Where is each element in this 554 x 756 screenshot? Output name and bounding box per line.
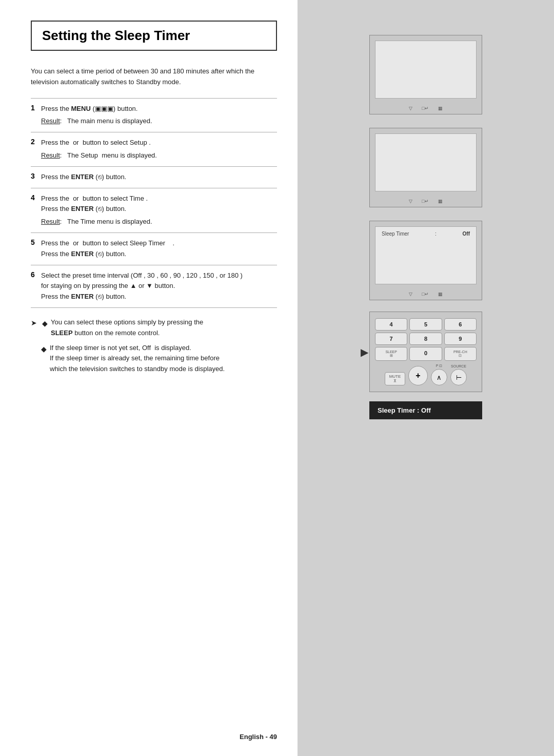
tv-control-3a: ▽ — [409, 292, 412, 297]
tv-screen-3: Sleep Timer : Off ▽ □↵ ▦ — [369, 221, 482, 300]
note-row-2: ◆ If the sleep timer is not yet set, Off… — [31, 343, 277, 375]
screen-wrap-2: ▽ □↵ ▦ — [369, 124, 482, 211]
tv-screen-inner-1 — [375, 41, 477, 99]
nav-row: MUTE⊼ + P ⊡ ∧ SOURCE ⊢ — [375, 364, 477, 385]
keypad-grid-row3: SLEEP⊞ 0 PRE-CH⊡ — [375, 347, 477, 361]
step-content-2: Press the or button to select Setup . Re… — [41, 132, 277, 167]
table-row: 2 Press the or button to select Setup . … — [31, 132, 277, 167]
step-content-1: Press the MENU (▣▣▣) button. Result: The… — [41, 98, 277, 132]
footer-text: English - 49 — [240, 733, 277, 741]
key-0[interactable]: 0 — [409, 347, 442, 361]
diamond-icon-1: ◆ — [42, 318, 48, 329]
sidebar: ▽ □↵ ▦ ▽ □↵ ▦ — [298, 0, 554, 756]
table-row: 3 Press the ENTER (⎋) button. — [31, 166, 277, 188]
tv-control-1c: ▦ — [438, 106, 443, 111]
page-title: Setting the Sleep Timer — [42, 28, 190, 43]
p-label: P ⊡ — [436, 364, 443, 368]
key-source[interactable]: ⊢ — [450, 369, 467, 385]
steps-table: 1 Press the MENU (▣▣▣) button. Result: T… — [31, 98, 277, 308]
table-row: 6 Select the preset time interval (Off ,… — [31, 265, 277, 307]
tv-control-3c: ▦ — [438, 292, 443, 297]
sleep-timer-display-box: Sleep Timer : Off — [369, 401, 482, 419]
step-number-4: 4 — [31, 188, 41, 232]
sleep-timer-value: Off — [463, 231, 470, 237]
title-box: Setting the Sleep Timer — [31, 21, 277, 51]
tv-screen-inner-2 — [375, 133, 477, 191]
intro-text: You can select a time period of between … — [31, 66, 277, 88]
screen-wrap-3: Sleep Timer : Off ▽ □↵ ▦ — [369, 217, 482, 304]
channel-up-group: P ⊡ ∧ — [431, 364, 447, 385]
tv-control-3b: □↵ — [422, 292, 428, 297]
remote-arrow-icon: ▶ — [361, 346, 368, 358]
note-row-1: ➤ ◆ You can select these options simply … — [31, 317, 277, 339]
sleep-timer-label: Sleep Timer — [382, 231, 409, 237]
step-number-1: 1 — [31, 98, 41, 132]
source-label: SOURCE — [451, 364, 466, 368]
remote-section: ▶ 4 5 6 7 8 9 SLEEP⊞ 0 PRE-CH⊡ MUTE⊼ + P… — [369, 312, 482, 392]
step-content-6: Select the preset time interval (Off , 3… — [41, 265, 277, 307]
main-content: Setting the Sleep Timer You can select a… — [0, 0, 298, 756]
sleep-timer-display-text: Sleep Timer : Off — [378, 406, 431, 414]
mute-group: MUTE⊼ — [385, 372, 405, 385]
key-8[interactable]: 8 — [409, 333, 442, 345]
step-content-3: Press the ENTER (⎋) button. — [41, 166, 277, 188]
tv-screen-1: ▽ □↵ ▦ — [369, 35, 482, 114]
step-number-3: 3 — [31, 166, 41, 188]
step-content-5: Press the or button to select Sleep Time… — [41, 232, 277, 265]
key-4[interactable]: 4 — [375, 318, 407, 331]
note-text-2: If the sleep timer is not yet set, Off i… — [50, 343, 277, 375]
key-plus[interactable]: + — [408, 366, 428, 385]
note-text-1: You can select these options simply by p… — [51, 317, 277, 339]
step-content-4: Press the or button to select Time . Pre… — [41, 188, 277, 232]
step-number-6: 6 — [31, 265, 41, 307]
tv-controls-2: ▽ □↵ ▦ — [370, 199, 482, 204]
tv-controls-3: ▽ □↵ ▦ — [370, 292, 482, 297]
step-number-2: 2 — [31, 132, 41, 167]
tv-screen-2: ▽ □↵ ▦ — [369, 128, 482, 207]
keypad-grid-row2: 7 8 9 — [375, 333, 477, 345]
key-6[interactable]: 6 — [444, 318, 477, 331]
key-mute[interactable]: MUTE⊼ — [385, 372, 405, 385]
table-row: 5 Press the or button to select Sleep Ti… — [31, 232, 277, 265]
key-ch-up[interactable]: ∧ — [431, 369, 447, 385]
tv-control-1b: □↵ — [422, 106, 428, 111]
notes-section: ➤ ◆ You can select these options simply … — [31, 317, 277, 375]
key-sleep[interactable]: SLEEP⊞ — [375, 347, 407, 361]
diamond-icon-2: ◆ — [41, 343, 47, 355]
key-prech[interactable]: PRE-CH⊡ — [444, 347, 477, 361]
key-5[interactable]: 5 — [409, 318, 442, 331]
tv-screen-inner-3: Sleep Timer : Off — [375, 226, 477, 284]
sleep-timer-colon: : — [435, 231, 437, 237]
screen-wrap-1: ▽ □↵ ▦ — [369, 31, 482, 119]
tv-control-2b: □↵ — [422, 199, 428, 204]
tv-controls-1: ▽ □↵ ▦ — [370, 106, 482, 111]
page-footer: English - 49 — [240, 733, 277, 741]
tv-control-2a: ▽ — [409, 199, 412, 204]
tv-control-2c: ▦ — [438, 199, 443, 204]
table-row: 4 Press the or button to select Time . P… — [31, 188, 277, 232]
source-group: SOURCE ⊢ — [450, 364, 467, 385]
arrow-icon: ➤ — [31, 317, 37, 328]
sleep-timer-row: Sleep Timer : Off — [382, 231, 470, 237]
key-9[interactable]: 9 — [444, 333, 477, 345]
step-number-5: 5 — [31, 232, 41, 265]
keypad-grid-row1: 4 5 6 — [375, 318, 477, 331]
tv-control-1a: ▽ — [409, 106, 412, 111]
sleep-timer-screen: Sleep Timer : Off — [375, 227, 476, 243]
key-7[interactable]: 7 — [375, 333, 407, 345]
table-row: 1 Press the MENU (▣▣▣) button. Result: T… — [31, 98, 277, 132]
